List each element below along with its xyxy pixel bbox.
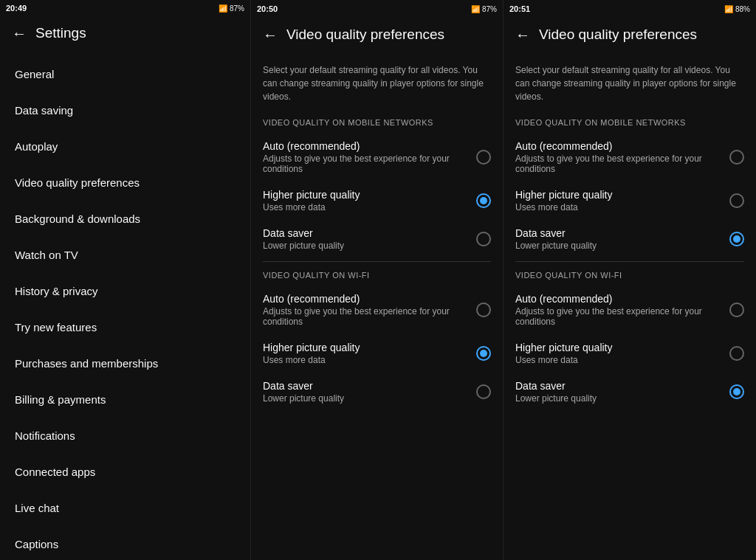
status-icons-1: 📶 87% <box>219 4 244 13</box>
wifi-higher-option-2[interactable]: Higher picture quality Uses more data <box>263 334 491 373</box>
settings-item-general[interactable]: General <box>0 56 250 92</box>
mobile-saver-option-2[interactable]: Data saver Lower picture quality <box>263 220 491 258</box>
wifi-higher-label-2: Higher picture quality <box>263 342 476 353</box>
mobile-saver-option-3[interactable]: Data saver Lower picture quality <box>515 220 744 258</box>
wifi-auto-label-2: Auto (recommended) <box>263 293 476 305</box>
mobile-section-header-2: VIDEO QUALITY ON MOBILE NETWORKS <box>263 118 491 127</box>
wifi-higher-radio-3[interactable] <box>729 346 744 361</box>
wifi-higher-sub-3: Uses more data <box>515 355 729 365</box>
quality-title-3: Video quality preferences <box>539 27 697 43</box>
quality-description-3: Select your default streaming quality fo… <box>515 63 744 103</box>
wifi-section-header-2: VIDEO QUALITY ON WI-FI <box>263 271 491 280</box>
mobile-higher-option-2[interactable]: Higher picture quality Uses more data <box>263 182 491 220</box>
status-bar-2: 20:50 📶 87% <box>251 0 503 18</box>
mobile-saver-sub-2: Lower picture quality <box>263 241 476 251</box>
mobile-higher-label-2: Higher picture quality <box>263 189 476 201</box>
back-icon-settings[interactable]: ← <box>12 26 27 41</box>
back-icon-3[interactable]: ← <box>515 27 530 42</box>
wifi-saver-sub-3: Lower picture quality <box>515 393 729 404</box>
settings-item-captions[interactable]: Captions <box>0 526 250 560</box>
mobile-higher-label-3: Higher picture quality <box>515 189 729 201</box>
wifi-auto-radio-3[interactable] <box>729 303 744 317</box>
mobile-higher-sub-2: Uses more data <box>263 202 476 212</box>
mobile-auto-radio-3[interactable] <box>729 150 744 165</box>
wifi-auto-option-3[interactable]: Auto (recommended) Adjusts to give you t… <box>515 286 744 334</box>
mobile-auto-sub-3: Adjusts to give you the best experience … <box>515 153 729 174</box>
mobile-saver-sub-3: Lower picture quality <box>515 241 729 251</box>
divider-2 <box>263 261 491 262</box>
battery-text-3: 88% <box>735 5 750 13</box>
mobile-higher-option-3[interactable]: Higher picture quality Uses more data <box>515 182 744 220</box>
mobile-saver-label-3: Data saver <box>515 227 729 239</box>
mobile-auto-option-2[interactable]: Auto (recommended) Adjusts to give you t… <box>263 133 491 182</box>
wifi-higher-option-3[interactable]: Higher picture quality Uses more data <box>515 334 744 373</box>
wifi-saver-option-3[interactable]: Data saver Lower picture quality <box>515 373 744 411</box>
settings-title: Settings <box>35 25 86 41</box>
wifi-saver-radio-2[interactable] <box>476 384 491 399</box>
settings-item-background[interactable]: Background & downloads <box>0 201 250 237</box>
settings-list: General Data saving Autoplay Video quali… <box>0 50 250 560</box>
mobile-higher-radio-3[interactable] <box>729 193 744 208</box>
quality-panel-2: 20:50 📶 87% ← Video quality preferences … <box>251 0 504 560</box>
status-icons-3: 📶 88% <box>724 5 750 13</box>
quality-description-2: Select your default streaming quality fo… <box>263 63 491 103</box>
settings-item-live-chat[interactable]: Live chat <box>0 490 250 526</box>
wifi-icon: 📶 <box>219 4 227 13</box>
battery-text-2: 87% <box>482 5 497 13</box>
wifi-saver-option-2[interactable]: Data saver Lower picture quality <box>263 373 491 411</box>
time-3: 20:51 <box>509 4 530 13</box>
mobile-saver-radio-3[interactable] <box>729 232 744 246</box>
settings-item-video-quality[interactable]: Video quality preferences <box>0 165 250 201</box>
settings-header: ← Settings <box>0 16 250 50</box>
quality-content-2: Select your default streaming quality fo… <box>251 52 503 560</box>
settings-item-data-saving[interactable]: Data saving <box>0 92 250 128</box>
mobile-saver-label-2: Data saver <box>263 227 476 239</box>
mobile-section-header-3: VIDEO QUALITY ON MOBILE NETWORKS <box>515 118 744 127</box>
wifi-saver-label-3: Data saver <box>515 380 729 392</box>
quality-content-3: Select your default streaming quality fo… <box>504 52 756 560</box>
settings-item-purchases[interactable]: Purchases and memberships <box>0 345 250 381</box>
settings-item-connected-apps[interactable]: Connected apps <box>0 454 250 490</box>
wifi-auto-label-3: Auto (recommended) <box>515 293 729 305</box>
mobile-auto-label-3: Auto (recommended) <box>515 140 729 152</box>
wifi-auto-option-2[interactable]: Auto (recommended) Adjusts to give you t… <box>263 286 491 334</box>
divider-3 <box>515 261 744 262</box>
settings-item-autoplay[interactable]: Autoplay <box>0 128 250 165</box>
wifi-higher-label-3: Higher picture quality <box>515 342 729 353</box>
time-2: 20:50 <box>257 4 278 13</box>
wifi-auto-sub-3: Adjusts to give you the best experience … <box>515 306 729 327</box>
quality-header-2: ← Video quality preferences <box>251 18 503 52</box>
mobile-auto-option-3[interactable]: Auto (recommended) Adjusts to give you t… <box>515 133 744 182</box>
mobile-saver-radio-2[interactable] <box>476 232 491 246</box>
time-1: 20:49 <box>6 4 27 13</box>
wifi-icon-3: 📶 <box>724 5 733 13</box>
settings-panel: 20:49 📶 87% ← Settings General Data savi… <box>0 0 251 560</box>
wifi-auto-sub-2: Adjusts to give you the best experience … <box>263 306 476 327</box>
wifi-auto-radio-2[interactable] <box>476 303 491 317</box>
settings-item-notifications[interactable]: Notifications <box>0 418 250 454</box>
mobile-higher-sub-3: Uses more data <box>515 202 729 212</box>
mobile-auto-label-2: Auto (recommended) <box>263 140 476 152</box>
settings-item-billing[interactable]: Billing & payments <box>0 381 250 418</box>
battery-text-1: 87% <box>230 4 244 13</box>
back-icon-2[interactable]: ← <box>263 27 278 42</box>
settings-item-watch-tv[interactable]: Watch on TV <box>0 237 250 273</box>
quality-panel-3: 20:51 📶 88% ← Video quality preferences … <box>504 0 756 560</box>
wifi-icon-2: 📶 <box>471 5 480 13</box>
status-icons-2: 📶 87% <box>471 5 497 13</box>
mobile-auto-radio-2[interactable] <box>476 150 491 165</box>
quality-header-3: ← Video quality preferences <box>504 18 756 52</box>
wifi-section-header-3: VIDEO QUALITY ON WI-FI <box>515 271 744 280</box>
status-bar-1: 20:49 📶 87% <box>0 0 250 16</box>
mobile-auto-sub-2: Adjusts to give you the best experience … <box>263 153 476 174</box>
wifi-higher-sub-2: Uses more data <box>263 355 476 365</box>
wifi-saver-sub-2: Lower picture quality <box>263 393 476 404</box>
mobile-higher-radio-2[interactable] <box>476 193 491 208</box>
wifi-saver-radio-3[interactable] <box>729 384 744 399</box>
wifi-higher-radio-2[interactable] <box>476 346 491 361</box>
quality-title-2: Video quality preferences <box>286 27 444 43</box>
status-bar-3: 20:51 📶 88% <box>504 0 756 18</box>
settings-item-new-features[interactable]: Try new features <box>0 309 250 345</box>
wifi-saver-label-2: Data saver <box>263 380 476 392</box>
settings-item-history[interactable]: History & privacy <box>0 273 250 309</box>
